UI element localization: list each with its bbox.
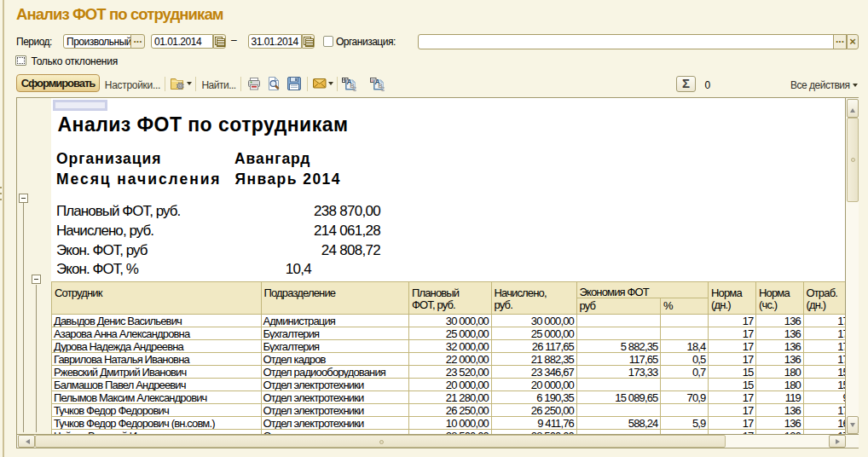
svg-text:C: C [380,86,385,91]
svg-text:C: C [352,86,356,91]
